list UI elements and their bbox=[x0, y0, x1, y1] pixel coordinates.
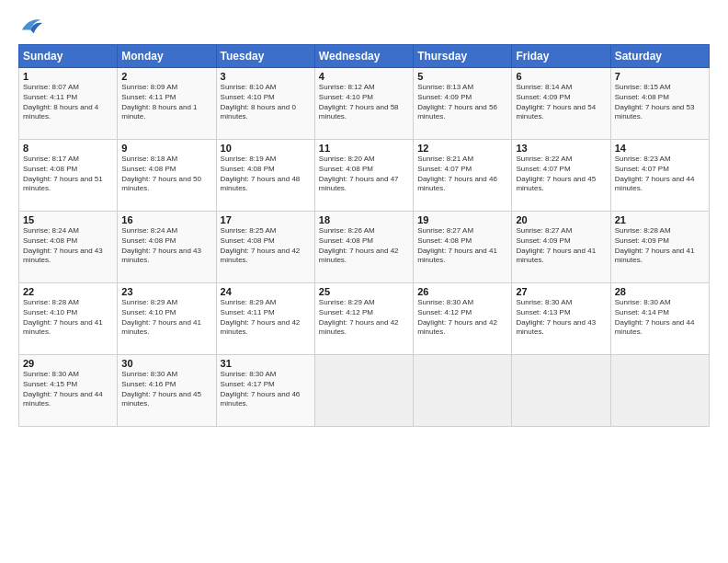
calendar-cell: 28 Sunrise: 8:30 AM Sunset: 4:14 PM Dayl… bbox=[610, 283, 709, 355]
day-info: Sunrise: 8:29 AM Sunset: 4:10 PM Dayligh… bbox=[121, 298, 211, 338]
day-info: Sunrise: 8:07 AM Sunset: 4:11 PM Dayligh… bbox=[23, 83, 113, 122]
day-number: 25 bbox=[319, 286, 409, 297]
calendar-cell: 29 Sunrise: 8:30 AM Sunset: 4:15 PM Dayl… bbox=[19, 355, 118, 427]
day-number: 11 bbox=[319, 143, 409, 154]
logo-icon bbox=[18, 15, 44, 35]
day-info: Sunrise: 8:22 AM Sunset: 4:07 PM Dayligh… bbox=[516, 155, 606, 194]
day-number: 23 bbox=[121, 286, 211, 297]
day-number: 10 bbox=[221, 143, 311, 154]
day-info: Sunrise: 8:30 AM Sunset: 4:17 PM Dayligh… bbox=[221, 370, 311, 409]
day-of-week-header: Tuesday bbox=[216, 45, 314, 68]
day-info: Sunrise: 8:27 AM Sunset: 4:08 PM Dayligh… bbox=[417, 226, 507, 266]
day-of-week-header: Saturday bbox=[610, 45, 709, 68]
day-info: Sunrise: 8:30 AM Sunset: 4:12 PM Dayligh… bbox=[417, 298, 507, 338]
day-number: 19 bbox=[417, 214, 507, 225]
day-number: 6 bbox=[516, 71, 606, 82]
calendar-cell: 23 Sunrise: 8:29 AM Sunset: 4:10 PM Dayl… bbox=[118, 283, 216, 355]
day-info: Sunrise: 8:25 AM Sunset: 4:08 PM Dayligh… bbox=[221, 226, 311, 266]
day-number: 20 bbox=[516, 214, 606, 225]
day-info: Sunrise: 8:12 AM Sunset: 4:10 PM Dayligh… bbox=[319, 83, 409, 122]
calendar-cell: 11 Sunrise: 8:20 AM Sunset: 4:08 PM Dayl… bbox=[314, 140, 413, 212]
day-number: 8 bbox=[23, 143, 113, 154]
calendar-cell: 13 Sunrise: 8:22 AM Sunset: 4:07 PM Dayl… bbox=[512, 140, 610, 212]
day-number: 18 bbox=[319, 214, 409, 225]
calendar-cell bbox=[610, 355, 709, 427]
day-number: 29 bbox=[23, 358, 113, 369]
day-number: 31 bbox=[221, 358, 311, 369]
day-number: 17 bbox=[221, 214, 311, 225]
calendar-cell: 30 Sunrise: 8:30 AM Sunset: 4:16 PM Dayl… bbox=[118, 355, 216, 427]
day-info: Sunrise: 8:09 AM Sunset: 4:11 PM Dayligh… bbox=[121, 83, 211, 122]
calendar-cell: 15 Sunrise: 8:24 AM Sunset: 4:08 PM Dayl… bbox=[19, 212, 118, 283]
day-info: Sunrise: 8:15 AM Sunset: 4:08 PM Dayligh… bbox=[615, 83, 705, 122]
day-number: 24 bbox=[221, 286, 311, 297]
calendar-cell: 18 Sunrise: 8:26 AM Sunset: 4:08 PM Dayl… bbox=[314, 212, 413, 283]
day-info: Sunrise: 8:28 AM Sunset: 4:10 PM Dayligh… bbox=[23, 298, 113, 338]
calendar-cell: 1 Sunrise: 8:07 AM Sunset: 4:11 PM Dayli… bbox=[19, 68, 118, 140]
day-info: Sunrise: 8:30 AM Sunset: 4:13 PM Dayligh… bbox=[516, 298, 606, 338]
day-info: Sunrise: 8:23 AM Sunset: 4:07 PM Dayligh… bbox=[615, 155, 705, 194]
day-number: 7 bbox=[615, 71, 705, 82]
calendar-cell: 8 Sunrise: 8:17 AM Sunset: 4:08 PM Dayli… bbox=[19, 140, 118, 212]
day-info: Sunrise: 8:19 AM Sunset: 4:08 PM Dayligh… bbox=[221, 155, 311, 194]
day-info: Sunrise: 8:18 AM Sunset: 4:08 PM Dayligh… bbox=[121, 155, 211, 194]
day-info: Sunrise: 8:24 AM Sunset: 4:08 PM Dayligh… bbox=[121, 226, 211, 266]
logo bbox=[18, 15, 48, 35]
calendar-cell: 31 Sunrise: 8:30 AM Sunset: 4:17 PM Dayl… bbox=[216, 355, 314, 427]
day-info: Sunrise: 8:30 AM Sunset: 4:16 PM Dayligh… bbox=[121, 370, 211, 409]
day-number: 12 bbox=[417, 143, 507, 154]
calendar-cell: 4 Sunrise: 8:12 AM Sunset: 4:10 PM Dayli… bbox=[314, 68, 413, 140]
day-number: 3 bbox=[221, 71, 311, 82]
day-number: 4 bbox=[319, 71, 409, 82]
day-number: 2 bbox=[121, 71, 211, 82]
calendar-cell: 6 Sunrise: 8:14 AM Sunset: 4:09 PM Dayli… bbox=[512, 68, 610, 140]
calendar-cell: 24 Sunrise: 8:29 AM Sunset: 4:11 PM Dayl… bbox=[216, 283, 314, 355]
day-of-week-header: Wednesday bbox=[314, 45, 413, 68]
calendar-cell bbox=[314, 355, 413, 427]
day-number: 9 bbox=[121, 143, 211, 154]
day-info: Sunrise: 8:14 AM Sunset: 4:09 PM Dayligh… bbox=[516, 83, 606, 122]
day-info: Sunrise: 8:26 AM Sunset: 4:08 PM Dayligh… bbox=[319, 226, 409, 266]
calendar-cell: 10 Sunrise: 8:19 AM Sunset: 4:08 PM Dayl… bbox=[216, 140, 314, 212]
day-number: 26 bbox=[417, 286, 507, 297]
calendar-cell: 21 Sunrise: 8:28 AM Sunset: 4:09 PM Dayl… bbox=[610, 212, 709, 283]
day-number: 13 bbox=[516, 143, 606, 154]
calendar-cell: 2 Sunrise: 8:09 AM Sunset: 4:11 PM Dayli… bbox=[118, 68, 216, 140]
day-info: Sunrise: 8:24 AM Sunset: 4:08 PM Dayligh… bbox=[23, 226, 113, 266]
calendar-cell: 19 Sunrise: 8:27 AM Sunset: 4:08 PM Dayl… bbox=[414, 212, 512, 283]
calendar-cell: 5 Sunrise: 8:13 AM Sunset: 4:09 PM Dayli… bbox=[414, 68, 512, 140]
day-number: 22 bbox=[23, 286, 113, 297]
day-info: Sunrise: 8:13 AM Sunset: 4:09 PM Dayligh… bbox=[417, 83, 507, 122]
day-info: Sunrise: 8:30 AM Sunset: 4:14 PM Dayligh… bbox=[615, 298, 705, 338]
calendar-cell: 3 Sunrise: 8:10 AM Sunset: 4:10 PM Dayli… bbox=[216, 68, 314, 140]
calendar-cell: 12 Sunrise: 8:21 AM Sunset: 4:07 PM Dayl… bbox=[414, 140, 512, 212]
calendar-cell: 7 Sunrise: 8:15 AM Sunset: 4:08 PM Dayli… bbox=[610, 68, 709, 140]
day-info: Sunrise: 8:29 AM Sunset: 4:11 PM Dayligh… bbox=[221, 298, 311, 338]
day-number: 16 bbox=[121, 214, 211, 225]
day-info: Sunrise: 8:21 AM Sunset: 4:07 PM Dayligh… bbox=[417, 155, 507, 194]
calendar-cell: 20 Sunrise: 8:27 AM Sunset: 4:09 PM Dayl… bbox=[512, 212, 610, 283]
calendar-cell: 26 Sunrise: 8:30 AM Sunset: 4:12 PM Dayl… bbox=[414, 283, 512, 355]
calendar-table: SundayMondayTuesdayWednesdayThursdayFrid… bbox=[18, 44, 710, 427]
page: SundayMondayTuesdayWednesdayThursdayFrid… bbox=[0, 0, 728, 563]
calendar-cell: 27 Sunrise: 8:30 AM Sunset: 4:13 PM Dayl… bbox=[512, 283, 610, 355]
day-of-week-header: Friday bbox=[512, 45, 610, 68]
day-number: 28 bbox=[615, 286, 705, 297]
day-of-week-header: Sunday bbox=[19, 45, 118, 68]
calendar-cell: 16 Sunrise: 8:24 AM Sunset: 4:08 PM Dayl… bbox=[118, 212, 216, 283]
day-number: 14 bbox=[615, 143, 705, 154]
day-info: Sunrise: 8:20 AM Sunset: 4:08 PM Dayligh… bbox=[319, 155, 409, 194]
calendar-cell: 22 Sunrise: 8:28 AM Sunset: 4:10 PM Dayl… bbox=[19, 283, 118, 355]
calendar-cell: 25 Sunrise: 8:29 AM Sunset: 4:12 PM Dayl… bbox=[314, 283, 413, 355]
day-number: 15 bbox=[23, 214, 113, 225]
calendar-cell: 9 Sunrise: 8:18 AM Sunset: 4:08 PM Dayli… bbox=[118, 140, 216, 212]
day-info: Sunrise: 8:10 AM Sunset: 4:10 PM Dayligh… bbox=[221, 83, 311, 122]
header bbox=[18, 15, 710, 35]
day-number: 5 bbox=[417, 71, 507, 82]
day-number: 21 bbox=[615, 214, 705, 225]
day-info: Sunrise: 8:28 AM Sunset: 4:09 PM Dayligh… bbox=[615, 226, 705, 266]
day-info: Sunrise: 8:29 AM Sunset: 4:12 PM Dayligh… bbox=[319, 298, 409, 338]
calendar-cell bbox=[512, 355, 610, 427]
day-number: 30 bbox=[121, 358, 211, 369]
day-of-week-header: Monday bbox=[118, 45, 216, 68]
